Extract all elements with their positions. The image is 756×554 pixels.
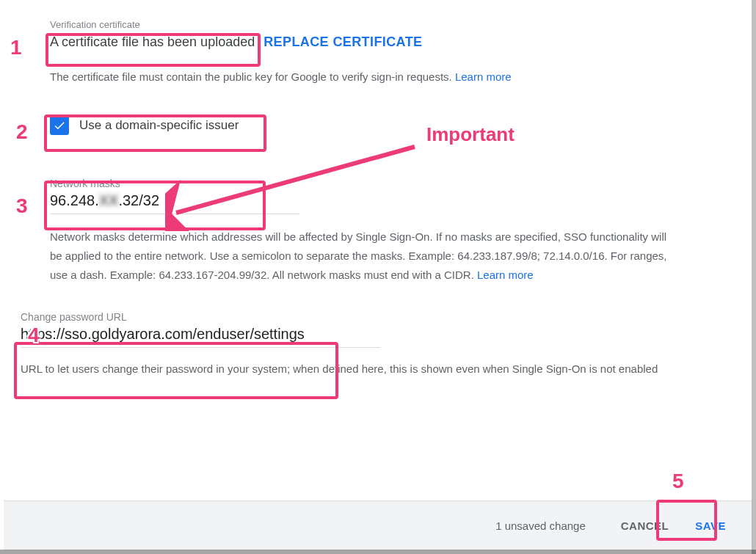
field-divider xyxy=(50,214,299,214)
unsaved-changes-text: 1 unsaved change xyxy=(495,520,586,532)
network-masks-learn-more-link[interactable]: Learn more xyxy=(477,269,534,281)
footer-bar: 1 unsaved change CANCEL SAVE xyxy=(4,500,752,550)
domain-specific-issuer-checkbox[interactable] xyxy=(50,116,69,135)
replace-certificate-link[interactable]: REPLACE CERTIFICATE xyxy=(263,34,422,50)
network-masks-description-body: Network masks determine which addresses … xyxy=(50,230,667,282)
cancel-button[interactable]: CANCEL xyxy=(608,512,683,539)
network-masks-label: Network masks xyxy=(50,178,299,189)
network-masks-description: Network masks determine which addresses … xyxy=(50,227,681,285)
network-masks-value-obscured: XX xyxy=(99,192,119,209)
network-masks-value-suffix: .32/32 xyxy=(118,192,159,208)
field-divider xyxy=(21,347,380,348)
save-button[interactable]: SAVE xyxy=(682,512,739,539)
window-shadow-bottom xyxy=(0,550,756,554)
window-shadow-right xyxy=(752,0,756,554)
domain-specific-issuer-label: Use a domain-specific issuer xyxy=(79,118,239,133)
change-password-url-label: Change password URL xyxy=(21,311,735,323)
network-masks-value-prefix: 96.248. xyxy=(50,192,99,208)
certificate-helper-body: The certificate file must contain the pu… xyxy=(50,70,455,83)
certificate-section-label: Verification certificate xyxy=(50,19,735,30)
change-password-url-description: URL to let users change their password i… xyxy=(21,360,710,379)
certificate-learn-more-link[interactable]: Learn more xyxy=(455,70,512,83)
certificate-uploaded-status: A certificate file has been uploaded xyxy=(50,34,255,50)
annotation-number-5: 5 xyxy=(672,470,684,493)
change-password-url-input[interactable] xyxy=(21,326,380,343)
check-icon xyxy=(53,119,66,132)
network-masks-input[interactable]: 96.248.XX.32/32 xyxy=(50,192,299,209)
certificate-helper-text: The certificate file must contain the pu… xyxy=(50,68,735,87)
